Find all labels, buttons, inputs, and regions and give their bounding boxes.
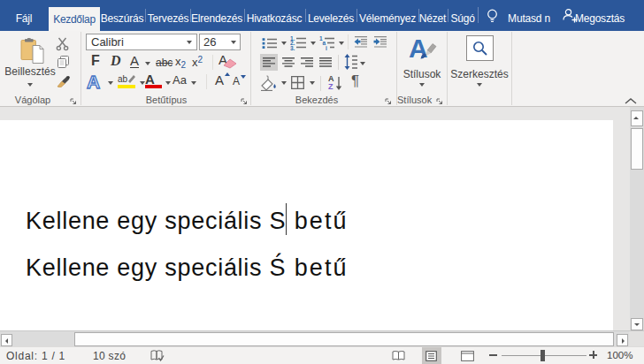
svg-text:i: i	[326, 45, 327, 51]
svg-text:3.: 3.	[290, 45, 295, 51]
